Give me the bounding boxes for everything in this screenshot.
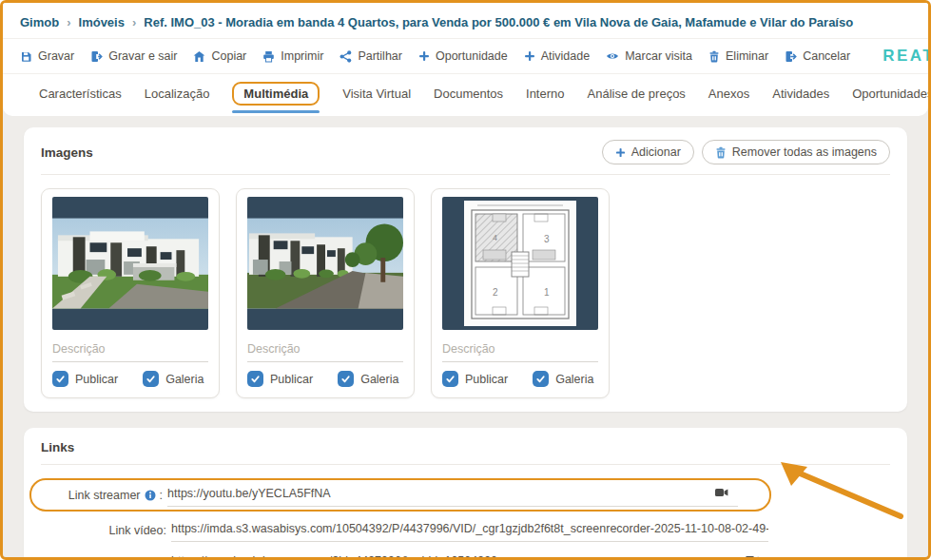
reatia-logo[interactable]: REATIA Novo — [883, 47, 931, 66]
tab-multimedia[interactable]: Multimédia — [232, 82, 320, 106]
checked-checkbox-icon — [52, 371, 68, 387]
trash-icon — [715, 146, 727, 159]
breadcrumb-root[interactable]: Gimob — [20, 15, 59, 29]
tab-atividades[interactable]: Atividades — [772, 84, 829, 104]
tab-localizacao[interactable]: Localização — [145, 84, 210, 104]
publish-checkbox[interactable]: Publicar — [247, 371, 313, 387]
delete-button[interactable]: Eliminar — [708, 49, 768, 63]
info-icon[interactable] — [145, 490, 156, 501]
link-streamer-label: Link streamer : — [31, 489, 163, 502]
opportunity-button[interactable]: Oportunidade — [418, 49, 508, 63]
toolbar: Gravar Gravar e sair Copiar Imprimir Par… — [3, 39, 928, 74]
breadcrumb-section[interactable]: Imóveis — [79, 15, 125, 29]
gallery-checkbox[interactable]: Galeria — [533, 371, 593, 387]
eye-icon — [606, 50, 619, 62]
image-description-input[interactable] — [52, 340, 208, 362]
share-icon — [339, 50, 352, 63]
tab-visita-virtual[interactable]: Visita Virtual — [342, 84, 411, 104]
home-icon — [193, 50, 205, 63]
video-camera-icon[interactable] — [746, 555, 759, 560]
checked-checkbox-icon — [338, 371, 354, 387]
link-virtual-tour-value[interactable]: https://appgimob.improxy.com/?id=4437996… — [171, 550, 768, 560]
link-streamer-label-text: Link streamer — [68, 489, 141, 502]
gallery-checkbox[interactable]: Galeria — [143, 371, 204, 387]
tab-caracteristicas[interactable]: Características — [39, 84, 122, 104]
tab-oportunidades[interactable]: Oportunidades — [852, 84, 931, 104]
tab-documentos[interactable]: Documentos — [434, 84, 503, 104]
plus-icon — [524, 50, 535, 62]
plus-icon — [418, 50, 430, 62]
checked-checkbox-icon — [247, 371, 263, 387]
print-button[interactable]: Imprimir — [262, 49, 323, 63]
header-area: Gimob › Imóveis › Ref. IMO_03 - Moradia … — [3, 3, 928, 116]
printer-icon — [262, 50, 275, 63]
tab-interno[interactable]: Interno — [526, 84, 564, 104]
copy-button[interactable]: Copiar — [193, 49, 246, 63]
video-camera-icon[interactable] — [715, 488, 728, 497]
share-button[interactable]: Partilhar — [339, 49, 402, 63]
add-image-label: Adicionar — [631, 145, 681, 159]
gallery-label: Galeria — [165, 373, 204, 386]
publish-checkbox[interactable]: Publicar — [442, 371, 508, 387]
street-view-photo — [247, 218, 403, 309]
links-section-title: Links — [41, 440, 74, 454]
link-video-label: Link vídeo: — [41, 524, 166, 537]
link-streamer-highlight: Link streamer : https://youtu.be/yYECLA5… — [29, 478, 771, 512]
save-button[interactable]: Gravar — [20, 49, 74, 63]
link-streamer-row: Link streamer : https://youtu.be/yYECLA5… — [31, 483, 760, 507]
image-card: Publicar Galeria — [41, 188, 220, 398]
gallery-checkbox[interactable]: Galeria — [338, 371, 398, 387]
toolbar-item-label: Gravar — [38, 49, 74, 63]
link-video-value[interactable]: https://imda.s3.wasabisys.com/10504392/P… — [171, 518, 768, 542]
publish-checkbox[interactable]: Publicar — [52, 371, 118, 387]
image-description-input[interactable] — [247, 340, 403, 362]
remove-all-images-label: Remover todas as imagens — [732, 145, 877, 159]
save-and-exit-button[interactable]: Gravar e sair — [90, 49, 177, 63]
toolbar-item-label: Imprimir — [281, 49, 323, 63]
image-description-input[interactable] — [442, 340, 598, 362]
link-video-row: Link vídeo: https://imda.s3.wasabisys.co… — [41, 518, 890, 542]
svg-text:1: 1 — [544, 287, 550, 298]
link-video-url: https://imda.s3.wasabisys.com/10504392/P… — [171, 522, 768, 535]
toolbar-item-label: Cancelar — [803, 49, 850, 63]
chevron-right-icon: › — [132, 15, 136, 29]
link-streamer-url: https://youtu.be/yYECLA5FfNA — [167, 487, 331, 500]
add-image-button[interactable]: Adicionar — [602, 140, 694, 164]
links-section: Links Link streamer : https://youtu.be/y… — [24, 428, 907, 560]
gallery-label: Galeria — [360, 373, 398, 386]
publish-label: Publicar — [75, 373, 118, 386]
reatia-logo-text: REATIA — [883, 47, 931, 65]
toolbar-item-label: Marcar visita — [625, 49, 692, 63]
floor-plan-thumbnail[interactable]: 3 2 1 4 — [442, 197, 598, 330]
svg-text:4: 4 — [493, 233, 497, 242]
images-section: Imagens Adicionar Remover todas as image… — [24, 127, 907, 412]
save-exit-icon — [90, 50, 103, 63]
cancel-button[interactable]: Cancelar — [785, 49, 850, 63]
link-streamer-value[interactable]: https://youtu.be/yYECLA5FfNA — [167, 483, 738, 507]
checked-checkbox-icon — [442, 371, 458, 387]
remove-all-images-button[interactable]: Remover todas as imagens — [702, 140, 890, 164]
svg-text:3: 3 — [544, 234, 550, 244]
toolbar-item-label: Partilhar — [358, 49, 402, 63]
floor-plan-image: 3 2 1 4 — [464, 201, 576, 326]
property-photo-thumbnail[interactable] — [247, 197, 403, 330]
tab-anexos[interactable]: Anexos — [708, 84, 749, 104]
activity-button[interactable]: Atividade — [524, 49, 590, 63]
breadcrumb-item: Ref. IMO_03 - Moradia em banda 4 Quartos… — [144, 15, 853, 29]
plus-icon — [615, 147, 626, 158]
toolbar-item-label: Atividade — [541, 49, 590, 63]
publish-label: Publicar — [270, 373, 313, 386]
toolbar-item-label: Copiar — [211, 49, 246, 63]
breadcrumb: Gimob › Imóveis › Ref. IMO_03 - Moradia … — [3, 3, 928, 39]
schedule-visit-button[interactable]: Marcar visita — [606, 49, 692, 63]
tab-analise-de-precos[interactable]: Análise de preços — [588, 84, 686, 104]
images-section-title: Imagens — [41, 145, 93, 160]
checked-checkbox-icon — [143, 371, 159, 387]
gallery-label: Galeria — [555, 373, 593, 386]
property-photo-thumbnail[interactable] — [52, 197, 208, 330]
link-virtual-tour-label: Link visita virtual: — [41, 556, 166, 560]
trash-icon — [708, 50, 720, 63]
image-card: 3 2 1 4 Publicar Galeria — [431, 188, 610, 398]
save-icon — [20, 50, 32, 63]
app-window: Gimob › Imóveis › Ref. IMO_03 - Moradia … — [0, 0, 931, 560]
